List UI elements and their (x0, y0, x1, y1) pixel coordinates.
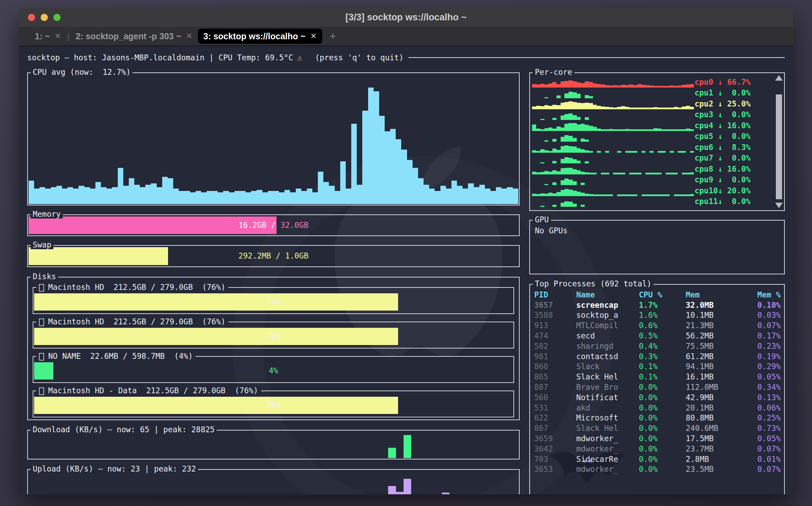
process-cell: 560 (534, 393, 576, 402)
process-cell: secd (576, 331, 639, 340)
window-titlebar[interactable]: [3/3] socktop ws://localho ~ (19, 8, 793, 27)
disks-panel: Disks Macintosh HD 212.5GB / 279.0GB (76… (27, 277, 520, 420)
process-cell: 1.7% (639, 301, 686, 310)
disk-item: Macintosh HD 212.5GB / 279.0GB (76%)76% (33, 287, 514, 314)
status-header: socktop — host: Jasons-MBP.localdomain |… (27, 52, 785, 63)
process-row[interactable]: 860Slack0.1%94.1MB0.29% (534, 362, 781, 372)
disk-item-title: Macintosh HD - Data 212.5GB / 279.0GB (7… (36, 386, 261, 395)
process-cell: mdworker_ (576, 444, 639, 453)
disk-item-title: Macintosh HD 212.5GB / 279.0GB (76%) (36, 317, 228, 326)
core-sparkline (532, 120, 694, 131)
core-row: cpu9 ↓ 0.0% (532, 174, 772, 185)
terminal-content: socktop — host: Jasons-MBP.localdomain |… (19, 47, 793, 494)
process-cell: 0.17% (757, 331, 781, 340)
download-panel: Download (KB/s) — now: 65 | peak: 28825 (27, 430, 520, 460)
process-cell: 0.0% (639, 383, 686, 392)
missing-glyph-icon (39, 284, 44, 292)
process-row[interactable]: 865Slack Hel0.1%16.1MB0.05% (534, 372, 781, 382)
process-row[interactable]: 981contactsd0.3%61.2MB0.19% (534, 351, 781, 362)
new-tab-button[interactable]: + (322, 30, 344, 42)
process-cell: 0.07% (757, 465, 781, 474)
process-row[interactable]: 622Microsoft0.0%80.8MB0.25% (534, 413, 781, 423)
process-cell: 0.19% (757, 352, 781, 361)
process-cell: 981 (534, 352, 576, 361)
cpu-avg-title: CPU avg (now: 12.7%) (31, 68, 133, 77)
process-cell: 0.23% (757, 342, 781, 351)
process-cell: 10.1MB (686, 311, 757, 320)
core-label: cpu4 ↓ 16.0% (694, 120, 772, 131)
tab-label: 3: socktop ws://localho ~ (204, 31, 306, 41)
host-temp-text: socktop — host: Jasons-MBP.localdomain |… (27, 53, 293, 62)
process-cell: Slack (576, 362, 639, 371)
core-label: cpu0 ↓ 66.7% (694, 77, 772, 88)
process-cell: 0.1% (639, 372, 686, 381)
process-cell: 80.8MB (686, 413, 757, 422)
process-row[interactable]: 3588socktop_a1.6%10.1MB0.03% (534, 310, 781, 321)
process-cell: 0.10% (757, 301, 781, 310)
cpu-avg-panel: CPU avg (now: 12.7%) (27, 72, 520, 205)
process-table-header: PIDNameCPU %MemMem % (534, 290, 781, 300)
core-label: cpu1 ↓ 0.0% (694, 88, 772, 98)
process-column-header: CPU % (639, 290, 686, 299)
core-label: cpu2 ↓ 25.0% (694, 99, 772, 109)
process-cell: 20.1MB (686, 403, 757, 412)
core-sparkline (532, 185, 694, 196)
process-cell: MTLCompil (576, 321, 639, 330)
tab-label: 2: socktop_agent -p 303 ~ (76, 31, 181, 41)
process-cell: 32.0MB (686, 301, 757, 310)
close-tab-icon[interactable]: ✕ (186, 32, 192, 41)
process-cell: 913 (534, 321, 576, 330)
process-cell: 3657 (534, 301, 576, 310)
tab-1[interactable]: 1: ~ ✕ (29, 29, 66, 44)
process-cell: 21.3MB (686, 321, 757, 330)
process-cell: 94.1MB (686, 362, 757, 371)
missing-glyph-icon (39, 353, 44, 361)
close-tab-icon[interactable]: ✕ (310, 32, 316, 41)
tab-2[interactable]: 2: socktop_agent -p 303 ~ ✕ (70, 29, 198, 44)
core-sparkline (532, 88, 694, 99)
process-cell: Microsoft (576, 413, 639, 422)
process-column-header: Mem % (757, 290, 781, 299)
process-cell: 3653 (534, 465, 576, 474)
process-row[interactable]: 867Slack Hel0.0%240.6MB0.73% (534, 423, 781, 433)
scrollbar-thumb[interactable] (776, 94, 782, 199)
process-row[interactable]: 560Notificat0.0%42.9MB0.13% (534, 392, 781, 403)
process-cell: 75.5MB (686, 342, 757, 351)
process-cell: 23.7MB (686, 444, 757, 453)
core-row: cpu1 ↓ 0.0% (532, 88, 772, 99)
per-core-scrollbar[interactable] (775, 75, 783, 208)
process-row[interactable]: 531akd0.0%20.1MB0.06% (534, 403, 781, 413)
process-row[interactable]: 703SidecarRe0.0%2.8MB0.01% (534, 454, 781, 464)
disk-usage-bar: 76% (34, 328, 513, 345)
process-row[interactable]: 887Brave Bro0.0%112.0MB0.34% (534, 382, 781, 392)
process-row[interactable]: 3657screencap1.7%32.0MB0.10% (534, 300, 781, 310)
process-cell: 0.0% (639, 424, 686, 433)
gpu-status-text: No GPUs (535, 226, 779, 235)
core-sparkline (532, 174, 694, 185)
process-row[interactable]: 3653mdworker_0.0%23.5MB0.07% (534, 464, 781, 475)
upload-chart (29, 471, 518, 494)
process-cell: 240.6MB (686, 424, 757, 433)
process-cell: 0.34% (757, 383, 781, 392)
core-label: cpu8 ↓ 16.0% (694, 164, 772, 174)
scroll-down-icon[interactable] (775, 203, 783, 208)
process-row[interactable]: 582sharingd0.4%75.5MB0.23% (534, 341, 781, 351)
process-cell: 1.6% (639, 311, 686, 320)
process-cell: 867 (534, 424, 576, 433)
process-row[interactable]: 3659mdworker_0.0%17.5MB0.05% (534, 433, 781, 444)
process-row[interactable]: 3642mdworker_0.0%23.7MB0.07% (534, 444, 781, 454)
process-cell: 16.1MB (686, 372, 757, 381)
swap-panel: Swap 292.2MB / 1.0GB (27, 245, 520, 267)
process-cell: 0.3% (639, 352, 686, 361)
process-cell: 0.73% (757, 424, 781, 433)
process-cell: 23.5MB (686, 465, 757, 474)
close-tab-icon[interactable]: ✕ (55, 32, 61, 41)
tab-3-active[interactable]: 3: socktop ws://localho ~ ✕ (198, 29, 322, 44)
temp-warning-icon: ⚠ (297, 53, 302, 62)
process-cell: 622 (534, 413, 576, 422)
process-cell: 0.1% (639, 362, 686, 371)
process-row[interactable]: 474secd0.5%56.2MB0.17% (534, 331, 781, 341)
process-cell: 0.01% (757, 455, 781, 464)
scroll-up-icon[interactable] (775, 75, 783, 81)
process-row[interactable]: 913MTLCompil0.6%21.3MB0.07% (534, 320, 781, 331)
